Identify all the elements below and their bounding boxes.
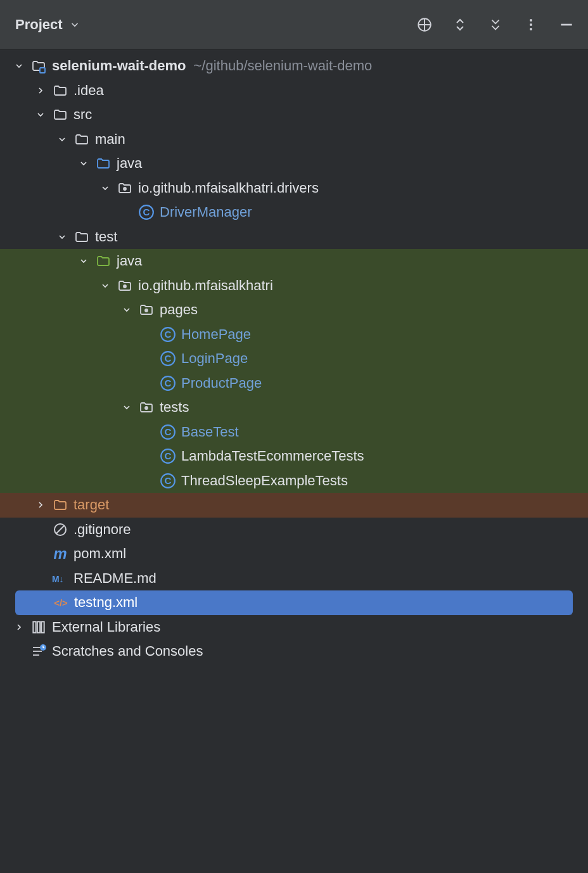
class-icon: C xyxy=(160,448,176,464)
tree-item-java-test[interactable]: java xyxy=(0,249,588,274)
tree-label: Scratches and Consoles xyxy=(52,643,203,660)
tree-item-login-page[interactable]: C LoginPage xyxy=(0,347,588,371)
expand-collapse-icon[interactable] xyxy=(451,16,469,34)
tree-label: src xyxy=(74,106,92,123)
tree-item-idea[interactable]: .idea xyxy=(0,79,588,103)
svg-point-5 xyxy=(530,28,532,30)
svg-line-27 xyxy=(56,526,64,533)
package-icon xyxy=(138,399,155,416)
tree-item-home-page[interactable]: C HomePage xyxy=(0,322,588,347)
svg-text:C: C xyxy=(165,426,172,437)
tree-label: io.github.mfaisalkhatri.drivers xyxy=(138,180,319,196)
ignore-file-icon xyxy=(52,521,68,538)
tree-label: pages xyxy=(160,302,198,318)
tree-item-src[interactable]: src xyxy=(0,103,588,127)
tree-item-thread-tests[interactable]: C ThreadSleepExampleTests xyxy=(0,469,588,494)
test-folder-icon xyxy=(95,253,112,269)
folder-icon xyxy=(52,106,68,123)
tree-item-test-pkg[interactable]: io.github.mfaisalkhatri xyxy=(0,274,588,298)
class-icon: C xyxy=(160,326,176,343)
svg-point-4 xyxy=(530,23,532,26)
svg-text:M↓: M↓ xyxy=(52,573,64,583)
tree-item-pom[interactable]: m pom.xml xyxy=(0,542,588,566)
chevron-down-icon[interactable] xyxy=(54,229,70,245)
chevron-down-icon[interactable] xyxy=(11,58,27,73)
tree-item-target[interactable]: target xyxy=(0,493,588,518)
tree-item-readme[interactable]: M↓ README.md xyxy=(0,566,588,591)
project-selector[interactable]: Project xyxy=(15,16,80,33)
tree-label: java xyxy=(117,253,142,269)
svg-point-19 xyxy=(145,407,148,409)
chevron-down-icon[interactable] xyxy=(98,181,113,196)
svg-text:</>: </> xyxy=(54,598,68,608)
tree-item-external-libraries[interactable]: External Libraries xyxy=(0,615,588,640)
class-icon: C xyxy=(160,375,176,392)
tree-item-gitignore[interactable]: .gitignore xyxy=(0,518,588,542)
svg-rect-31 xyxy=(33,621,35,632)
tree-label: ProductPage xyxy=(181,375,262,392)
chevron-down-icon[interactable] xyxy=(33,107,48,122)
source-folder-icon xyxy=(95,155,112,172)
project-tree: selenium-wait-demo ~/github/selenium-wai… xyxy=(0,50,588,664)
tree-label: pom.xml xyxy=(74,545,126,562)
maven-icon: m xyxy=(52,545,68,562)
markdown-icon: M↓ xyxy=(52,570,68,587)
module-folder-icon xyxy=(30,58,47,74)
svg-text:m: m xyxy=(53,545,67,562)
tree-label: LambdaTestEcommerceTests xyxy=(181,448,364,464)
library-icon xyxy=(30,619,47,635)
collapse-all-icon[interactable] xyxy=(487,16,504,34)
tree-label: ThreadSleepExampleTests xyxy=(181,473,348,489)
project-title: Project xyxy=(15,16,63,33)
tree-label: selenium-wait-demo xyxy=(52,58,186,74)
tree-label: DriverManager xyxy=(160,204,252,220)
scratches-icon xyxy=(30,643,47,660)
chevron-down-icon[interactable] xyxy=(98,278,113,293)
tree-item-base-test[interactable]: C BaseTest xyxy=(0,420,588,445)
project-tool-header: Project xyxy=(0,0,588,50)
tree-item-testng[interactable]: </> testng.xml xyxy=(15,590,573,615)
class-icon: C xyxy=(160,424,176,440)
class-icon: C xyxy=(138,204,155,220)
svg-point-12 xyxy=(145,309,148,312)
tree-label: tests xyxy=(160,399,189,416)
chevron-down-icon[interactable] xyxy=(119,400,134,415)
tree-item-pages[interactable]: pages xyxy=(0,298,588,322)
svg-rect-32 xyxy=(37,621,40,632)
tree-item-driver-manager[interactable]: C DriverManager xyxy=(0,200,588,225)
tree-label: .gitignore xyxy=(74,521,131,538)
tree-label: java xyxy=(117,155,142,172)
svg-text:C: C xyxy=(165,354,172,364)
xml-file-icon: </> xyxy=(53,594,69,611)
svg-text:C: C xyxy=(143,207,150,218)
tree-item-drivers-pkg[interactable]: io.github.mfaisalkhatri.drivers xyxy=(0,176,588,201)
tree-item-scratches[interactable]: Scratches and Consoles xyxy=(0,639,588,664)
tree-item-root[interactable]: selenium-wait-demo ~/github/selenium-wai… xyxy=(0,54,588,79)
select-opened-file-icon[interactable] xyxy=(416,16,433,34)
chevron-down-icon xyxy=(69,19,80,30)
tree-item-lambda-tests[interactable]: C LambdaTestEcommerceTests xyxy=(0,444,588,469)
tree-item-product-page[interactable]: C ProductPage xyxy=(0,371,588,396)
folder-icon xyxy=(52,82,68,99)
chevron-down-icon[interactable] xyxy=(54,132,70,147)
package-icon xyxy=(117,180,133,196)
svg-point-8 xyxy=(124,188,126,190)
class-icon: C xyxy=(160,473,176,489)
tree-label: BaseTest xyxy=(181,424,239,440)
tree-item-main[interactable]: main xyxy=(0,127,588,152)
hide-panel-icon[interactable] xyxy=(558,16,575,34)
chevron-right-icon[interactable] xyxy=(33,497,48,513)
chevron-right-icon[interactable] xyxy=(11,620,27,635)
chevron-down-icon[interactable] xyxy=(119,302,134,317)
chevron-down-icon[interactable] xyxy=(76,253,91,269)
tree-item-test[interactable]: test xyxy=(0,225,588,250)
tree-item-java-main[interactable]: java xyxy=(0,151,588,176)
more-options-icon[interactable] xyxy=(522,16,540,34)
chevron-down-icon[interactable] xyxy=(76,156,91,171)
tree-label: io.github.mfaisalkhatri xyxy=(138,277,273,294)
folder-icon xyxy=(74,131,90,148)
chevron-right-icon[interactable] xyxy=(33,83,48,98)
svg-point-11 xyxy=(124,285,126,288)
svg-rect-7 xyxy=(40,68,45,73)
tree-item-tests[interactable]: tests xyxy=(0,395,588,420)
